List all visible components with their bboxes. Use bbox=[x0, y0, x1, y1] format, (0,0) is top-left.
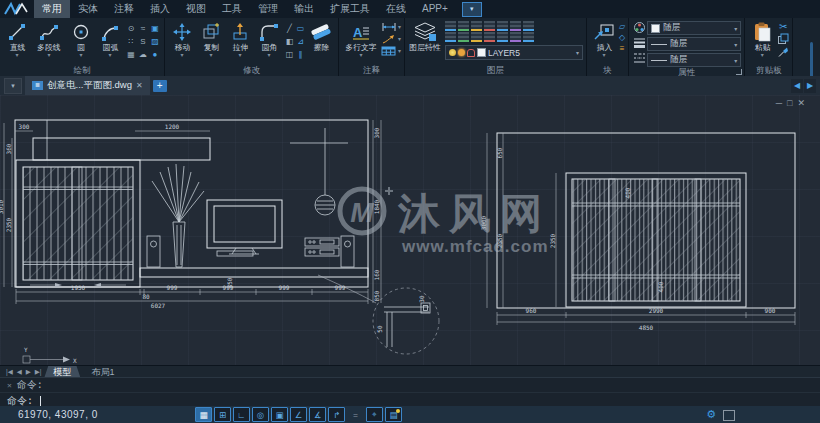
line-button[interactable]: 直线 ▾ bbox=[3, 20, 31, 58]
block-define-icon[interactable]: ◇ bbox=[619, 33, 625, 42]
lineweight-dropdown[interactable]: 随层 ▾ bbox=[647, 37, 741, 51]
stretch-button[interactable]: 拉伸 ▾ bbox=[226, 20, 254, 58]
layer-tool-icon[interactable] bbox=[497, 32, 508, 42]
array-icon[interactable]: ◫ bbox=[284, 48, 295, 61]
object-snap-icon[interactable]: ▣ bbox=[271, 407, 288, 422]
ribbon-tab-tools[interactable]: 工具 bbox=[214, 0, 250, 18]
snap-icon[interactable]: ⊞ bbox=[214, 407, 231, 422]
layer-tool-icon[interactable] bbox=[523, 21, 534, 31]
ribbon-tab-app-plus[interactable]: APP+ bbox=[414, 0, 456, 18]
dimension-button[interactable]: ▾ bbox=[381, 22, 401, 32]
point-icon[interactable]: ∷ bbox=[125, 35, 137, 48]
dynamic-ucs-icon[interactable]: ↱ bbox=[328, 407, 345, 422]
table-button[interactable]: ▾ bbox=[381, 46, 401, 56]
arc-button[interactable]: 圆弧 ▾ bbox=[96, 20, 124, 58]
ortho-icon[interactable]: ∟ bbox=[233, 407, 250, 422]
layer-tool-icon[interactable] bbox=[510, 32, 521, 42]
insert-block-button[interactable]: 插入 ▾ bbox=[590, 20, 618, 58]
ribbon-tab-manage[interactable]: 管理 bbox=[250, 0, 286, 18]
revision-icon[interactable]: ≈ bbox=[137, 22, 149, 35]
doc-tab-scroll-right[interactable]: ▶ bbox=[804, 79, 816, 93]
circle-button[interactable]: 圆 ▾ bbox=[67, 20, 95, 58]
doc-tab-list-dropdown[interactable]: ▾ bbox=[4, 78, 22, 94]
ribbon-tab-view[interactable]: 视图 bbox=[178, 0, 214, 18]
layer-tool-icon[interactable] bbox=[484, 32, 495, 42]
layer-tool-icon[interactable] bbox=[510, 21, 521, 31]
color-wheel-icon[interactable] bbox=[633, 21, 646, 34]
trim-icon[interactable]: ╱ bbox=[284, 22, 295, 35]
region-icon[interactable]: ▦ bbox=[125, 48, 137, 61]
paste-button[interactable]: 粘贴 ▾ bbox=[748, 20, 776, 58]
polar-tracking-icon[interactable]: ◎ bbox=[252, 407, 269, 422]
mtext-button[interactable]: A 多行文字 ▾ bbox=[342, 20, 380, 58]
dynamic-input-icon[interactable]: ⌖ bbox=[366, 407, 383, 422]
layer-tool-icon[interactable] bbox=[484, 21, 495, 31]
ribbon-tab-online[interactable]: 在线 bbox=[378, 0, 414, 18]
snap-tracking-icon[interactable]: ∡ bbox=[309, 407, 326, 422]
fillet-button[interactable]: 圆角 ▾ bbox=[255, 20, 283, 58]
command-close-icon[interactable]: ✕ bbox=[7, 381, 12, 390]
tab-first-icon[interactable]: |◀ bbox=[5, 368, 14, 376]
block-attributes-icon[interactable]: ≡ bbox=[619, 44, 625, 53]
rectangle-icon[interactable]: ▣ bbox=[149, 22, 161, 35]
ribbon-tab-home[interactable]: 常用 bbox=[34, 0, 70, 18]
layer-tool-icon[interactable] bbox=[458, 32, 469, 42]
donut-icon[interactable]: ● bbox=[149, 48, 161, 61]
move-button[interactable]: 移动 ▾ bbox=[168, 20, 196, 58]
match-properties-brush-icon[interactable] bbox=[777, 46, 789, 58]
leader-button[interactable]: ▾ bbox=[381, 34, 401, 44]
layer-tool-icon[interactable] bbox=[445, 21, 456, 31]
document-tab[interactable]: ≣ 创意电...平面图.dwg ✕ bbox=[25, 76, 150, 95]
tab-last-icon[interactable]: ▶| bbox=[34, 368, 43, 376]
hatch-icon[interactable]: ▨ bbox=[149, 35, 161, 48]
layer-tool-icon[interactable] bbox=[523, 32, 534, 42]
layer-tool-icon[interactable] bbox=[445, 32, 456, 42]
linetype-dropdown[interactable]: 随层 ▾ bbox=[647, 53, 741, 67]
fullscreen-icon[interactable] bbox=[723, 410, 735, 421]
ribbon-tab-ext-tools[interactable]: 扩展工具 bbox=[322, 0, 378, 18]
cloud-icon[interactable]: ☁ bbox=[137, 48, 149, 61]
copy-button[interactable]: 复制 ▾ bbox=[197, 20, 225, 58]
copy-clip-icon[interactable] bbox=[777, 33, 789, 45]
ribbon-tab-solid[interactable]: 实体 bbox=[70, 0, 106, 18]
cut-icon[interactable]: ✂ bbox=[779, 21, 787, 32]
polar-angle-icon[interactable]: ∠ bbox=[290, 407, 307, 422]
layer-tool-icon[interactable] bbox=[471, 21, 482, 31]
lineweight-tool-icon[interactable] bbox=[633, 36, 646, 49]
layer-tool-icon[interactable] bbox=[458, 21, 469, 31]
ribbon-style-dropdown[interactable]: ▾ bbox=[462, 2, 482, 17]
doc-tab-close-icon[interactable]: ✕ bbox=[136, 81, 143, 90]
offset-icon[interactable]: ▭ bbox=[295, 22, 306, 35]
cursor-coordinates[interactable]: 61970, 43097, 0 bbox=[18, 409, 98, 420]
color-dropdown[interactable]: 随层 ▾ bbox=[647, 21, 741, 35]
annotation-scale-icon[interactable]: ▤ bbox=[385, 407, 402, 422]
ribbon-tab-annotate[interactable]: 注释 bbox=[106, 0, 142, 18]
tab-next-icon[interactable]: ▶ bbox=[25, 368, 32, 376]
gear-icon[interactable]: ⚙ bbox=[706, 408, 716, 421]
ellipse-icon[interactable]: ⊙ bbox=[125, 22, 137, 35]
layer-tool-icon[interactable] bbox=[497, 21, 508, 31]
tab-prev-icon[interactable]: ◀ bbox=[16, 368, 23, 376]
drawing-area[interactable]: ─□✕ bbox=[0, 95, 820, 365]
layer-properties-button[interactable]: 图层特性 bbox=[408, 20, 442, 52]
tab-layout1[interactable]: 布局1 bbox=[82, 366, 123, 378]
layer-dropdown[interactable]: LAYER5 ▾ bbox=[445, 45, 583, 60]
spline-icon[interactable]: S bbox=[137, 35, 149, 48]
polyline-button[interactable]: 多段线 ▾ bbox=[32, 20, 66, 58]
erase-button[interactable]: 擦除 bbox=[307, 20, 335, 52]
ribbon-tab-insert[interactable]: 插入 bbox=[142, 0, 178, 18]
linetype-tool-icon[interactable] bbox=[633, 51, 646, 64]
panel-expander-icon[interactable] bbox=[736, 69, 742, 75]
tab-model[interactable]: 模型 bbox=[44, 366, 80, 378]
rotate-icon[interactable]: ⊿ bbox=[295, 35, 306, 48]
layer-tool-icon[interactable] bbox=[471, 32, 482, 42]
doc-tab-scroll-left[interactable]: ◀ bbox=[791, 79, 803, 93]
drawing-canvas[interactable]: 50 30 300 1200 360 2350 3010 bbox=[0, 95, 820, 365]
lineweight-icon[interactable]: = bbox=[347, 407, 364, 422]
new-drawing-tab-button[interactable]: + bbox=[153, 80, 167, 92]
block-edit-icon[interactable]: ▱ bbox=[619, 22, 625, 31]
grid-display-icon[interactable]: ▦ bbox=[195, 407, 212, 422]
mirror-icon[interactable]: ◧ bbox=[284, 35, 295, 48]
explode-icon[interactable]: ∥ bbox=[295, 48, 306, 61]
ribbon-tab-output[interactable]: 输出 bbox=[286, 0, 322, 18]
